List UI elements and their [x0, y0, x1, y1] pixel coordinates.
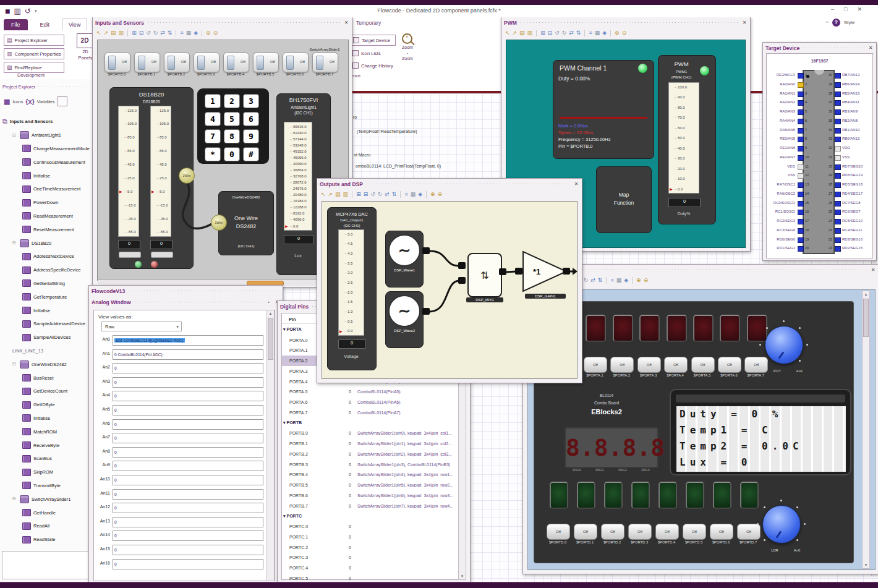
- digital-row-portc-0[interactable]: PORTC.00: [282, 521, 454, 532]
- keypad-key-2[interactable]: 2: [224, 94, 240, 108]
- 2d-panels-button[interactable]: 2D: [77, 33, 93, 48]
- tree-item-switcharrayslider1[interactable]: ⊟SwitchArraySlider1: [0, 492, 93, 506]
- tree-item-readstate[interactable]: ReadState: [0, 533, 93, 547]
- paste-icon[interactable]: ▥: [119, 30, 124, 36]
- analog-input-an12[interactable]: 0: [113, 503, 263, 513]
- add-component-icon[interactable]: ⊞: [540, 30, 545, 36]
- digital-row-portc-3[interactable]: PORTC.30: [282, 553, 454, 563]
- settings-icon[interactable]: ◈: [418, 191, 422, 198]
- collapse-icon[interactable]: ⊟: [12, 241, 17, 245]
- digital-row-portb-0[interactable]: PORTB.00SwitchArraySlider1(pin0), keypad…: [282, 428, 454, 439]
- switch--porta-3[interactable]: Off: [637, 357, 661, 373]
- zoom-button-label[interactable]: Zoom: [402, 45, 413, 49]
- pin-icon[interactable]: ▪: [266, 300, 271, 304]
- pin-pad[interactable]: [798, 146, 804, 151]
- switch--porta-6[interactable]: Off: [718, 357, 741, 373]
- tree-item-samplealldevices[interactable]: SampleAllDevices: [0, 331, 93, 344]
- grid-icon[interactable]: ▦: [616, 277, 622, 284]
- analog-input-an7[interactable]: 0: [113, 433, 263, 443]
- digital-row-porta-6[interactable]: PORTA.60ComboBL0114(PinA6): [282, 397, 454, 407]
- grid-icon[interactable]: ▦: [595, 30, 600, 36]
- switch--portd-1[interactable]: Off: [574, 524, 597, 540]
- digital-row-portb-3[interactable]: PORTB.30SwitchArraySlider1(pin3), ComboB…: [282, 459, 454, 470]
- tree-item-gettemperature[interactable]: GetTemperature: [0, 290, 93, 304]
- switch--portb-7[interactable]: Off: [312, 53, 338, 72]
- rotate-right-icon[interactable]: ↻: [584, 277, 589, 284]
- zoom-in-icon[interactable]: ⊕: [636, 277, 641, 284]
- panel-icon[interactable]: [58, 96, 67, 106]
- pin-pad[interactable]: [835, 73, 841, 79]
- tree-item-initialise[interactable]: Initialise: [0, 412, 93, 425]
- digital-row-portb-6[interactable]: PORTB.60SwitchArraySlider1(pin6), keypad…: [282, 490, 454, 501]
- switch--portd-5[interactable]: Off: [683, 524, 706, 540]
- switch--portd-2[interactable]: Off: [601, 524, 624, 540]
- digital-row-portb-2[interactable]: PORTB.20SwitchArraySlider1(pin2), keypad…: [282, 449, 454, 459]
- pin-pad[interactable]: [798, 128, 804, 134]
- add-component-icon[interactable]: ⊞: [356, 191, 361, 198]
- digital-row-portb[interactable]: ▾ PORTB: [282, 418, 454, 428]
- tree-item-ds18b20[interactable]: ⊟DS18B20: [0, 236, 93, 250]
- analog-input-an2[interactable]: 0: [113, 363, 263, 373]
- pin-pad[interactable]: [798, 82, 804, 88]
- pin-pad[interactable]: [798, 137, 804, 142]
- project-explorer-button[interactable]: ▤Project Explorer: [4, 35, 64, 46]
- rotate-left-icon[interactable]: ↺: [146, 30, 151, 36]
- tree-item-continuousmeasurement[interactable]: ContinuousMeasurement: [0, 155, 93, 169]
- switch--portb-0[interactable]: Off: [104, 53, 130, 72]
- braces-icon[interactable]: {x}: [25, 98, 35, 105]
- pin-pad[interactable]: [835, 173, 841, 179]
- keypad-key-1[interactable]: 1: [205, 94, 221, 108]
- analog-input-an5[interactable]: 0: [113, 405, 263, 415]
- tree-item-link-line-13[interactable]: LINK_LINE_13: [0, 344, 93, 358]
- remove-component-icon[interactable]: ⊟: [548, 30, 553, 36]
- tree-item-getdevicecount[interactable]: GetDeviceCount: [0, 385, 93, 398]
- analog-input-an9[interactable]: 0: [113, 461, 263, 471]
- switch--portb-5[interactable]: Off: [253, 53, 279, 72]
- analog-input-an1[interactable]: 0 ComboBL0114(Pot ADC): [113, 349, 263, 360]
- pin-pad[interactable]: [798, 173, 804, 179]
- pin-pad[interactable]: [835, 219, 841, 224]
- board-vertical-scrollbar[interactable]: ▲ ▼: [862, 291, 870, 569]
- keypad-key-7[interactable]: 7: [205, 129, 221, 143]
- restore-icon[interactable]: □: [844, 6, 847, 12]
- keypad-key-9[interactable]: 9: [243, 129, 259, 143]
- tree-item-matchrom[interactable]: MatchROM: [0, 425, 93, 438]
- select-icon[interactable]: ↖: [505, 30, 510, 36]
- flowcode-titlebar[interactable]: FlowcodeV13: [92, 287, 280, 295]
- inputs-titlebar[interactable]: Inputs and Sensors ✕: [95, 19, 349, 27]
- keypad-key-hash[interactable]: #: [243, 147, 259, 161]
- scroll-down-icon[interactable]: ▼: [459, 574, 466, 578]
- digital-row-portc[interactable]: ▾ PORTC: [282, 511, 454, 522]
- keypad-key-0[interactable]: 0: [224, 147, 240, 161]
- switch--porta-1[interactable]: Off: [584, 357, 607, 373]
- tree-item-getserialstring[interactable]: GetSerialString: [0, 277, 93, 291]
- help-icon[interactable]: ?: [832, 19, 840, 27]
- tree-item-busreset[interactable]: BusReset: [0, 371, 93, 385]
- tree-item-addressnextdevice[interactable]: AddressNextDevice: [0, 250, 93, 263]
- tree-item-changemeasurementmode[interactable]: ChangeMeasurementMode: [0, 142, 93, 156]
- keypad-key-6[interactable]: 6: [243, 112, 259, 126]
- minimize-icon[interactable]: –: [831, 6, 834, 12]
- tree-item-sampleaddresseddevice[interactable]: SampleAddressedDevice: [0, 317, 93, 331]
- rotate-left-icon[interactable]: ↺: [370, 191, 375, 198]
- dsp-wave2-block[interactable]: ∼ DSP_Wave2: [385, 291, 424, 348]
- pin-pad[interactable]: [835, 210, 841, 215]
- switch--porta-4[interactable]: Off: [664, 357, 688, 373]
- paste-icon[interactable]: ▥: [343, 191, 349, 198]
- close-icon[interactable]: ✕: [573, 181, 579, 187]
- keypad-key-5[interactable]: 5: [224, 112, 240, 126]
- digital-row-portc-4[interactable]: PORTC.40: [282, 563, 454, 573]
- onewire-node-1[interactable]: 1Wire: [179, 168, 195, 184]
- digital-row-portc-1[interactable]: PORTC.10: [282, 532, 454, 542]
- switch--portd-3[interactable]: Off: [628, 524, 652, 540]
- pin-pad[interactable]: [798, 100, 804, 106]
- switch--portd-0[interactable]: Off: [547, 524, 570, 540]
- switch--portb-3[interactable]: Off: [194, 53, 219, 72]
- remove-component-icon[interactable]: ⊟: [364, 191, 369, 198]
- close-icon[interactable]: ✕: [343, 20, 349, 25]
- keypad-key-star[interactable]: *: [205, 147, 221, 161]
- style-label[interactable]: Style: [844, 20, 855, 25]
- keypad-key-8[interactable]: 8: [224, 129, 240, 143]
- zoom-out-icon[interactable]: ⊖: [213, 30, 218, 36]
- keypad-key-4[interactable]: 4: [205, 112, 221, 126]
